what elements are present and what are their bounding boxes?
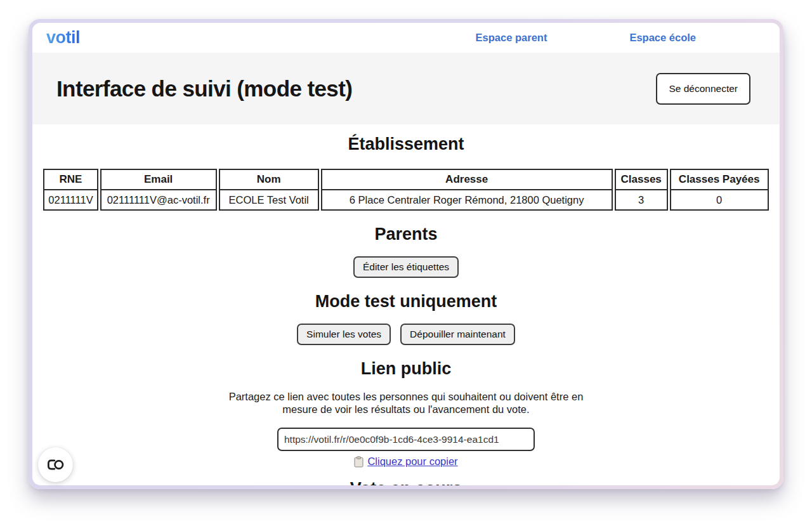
- app-card: votil Espace parent Espace école Interfa…: [32, 23, 780, 485]
- nav-link-espace-ecole[interactable]: Espace école: [629, 32, 696, 44]
- etablissement-table: RNE Email Nom Adresse Classes Classes Pa…: [41, 169, 770, 211]
- table-cell-classes: 3: [615, 190, 668, 211]
- app-card-frame: votil Espace parent Espace école Interfa…: [29, 19, 783, 489]
- co-link-icon: [46, 459, 65, 471]
- table-cell-nom: ECOLE Test Votil: [219, 190, 319, 211]
- table-cell-classes-payees: 0: [670, 190, 769, 211]
- clipboard-icon: [354, 456, 363, 468]
- copy-link-label: Cliquez pour copier: [367, 456, 457, 468]
- tally-now-button[interactable]: Dépouiller maintenant: [400, 324, 515, 345]
- simulate-votes-button[interactable]: Simuler les votes: [297, 324, 391, 345]
- etablissement-heading: Établissement: [32, 134, 780, 154]
- edit-labels-button[interactable]: Éditer les étiquettes: [353, 256, 459, 278]
- share-description: Partagez ce lien avec toutes les personn…: [224, 390, 589, 416]
- mode-test-actions: Simuler les votes Dépouiller maintenant: [32, 324, 780, 345]
- mode-test-heading: Mode test uniquement: [32, 291, 780, 311]
- public-link-input[interactable]: [277, 428, 535, 451]
- copy-row: Cliquez pour copier: [32, 456, 780, 469]
- parents-actions: Éditer les étiquettes: [32, 256, 780, 278]
- copy-link[interactable]: Cliquez pour copier: [354, 456, 457, 468]
- table-cell-email: 02111111V@ac-votil.fr: [100, 190, 217, 211]
- page-header: Interface de suivi (mode test) Se déconn…: [32, 53, 780, 124]
- parents-heading: Parents: [32, 224, 780, 244]
- votil-logo[interactable]: votil: [46, 28, 80, 48]
- floating-badge-button[interactable]: [38, 447, 73, 482]
- top-nav: votil Espace parent Espace école: [32, 23, 780, 53]
- table-header-cell-adresse: Adresse: [321, 169, 613, 190]
- logout-button[interactable]: Se déconnecter: [656, 73, 750, 105]
- table-header-row: RNE Email Nom Adresse Classes Classes Pa…: [43, 169, 768, 190]
- table-header-cell-email: Email: [100, 169, 217, 190]
- table-header-cell-classes: Classes: [615, 169, 668, 190]
- table-row: 0211111V 02111111V@ac-votil.fr ECOLE Tes…: [43, 190, 768, 211]
- table-cell-adresse: 6 Place Centraler Roger Rémond, 21800 Qu…: [321, 190, 613, 211]
- lien-public-heading: Lien public: [32, 358, 780, 379]
- main-content: Établissement RNE Email Nom Adresse Clas…: [32, 124, 780, 485]
- vote-en-cours-heading: Vote en cours: [32, 478, 780, 485]
- page-title: Interface de suivi (mode test): [56, 76, 352, 102]
- table-header-cell-nom: Nom: [219, 169, 319, 190]
- table-header-cell-rne: RNE: [43, 169, 98, 190]
- table-header-cell-classes-payees: Classes Payées: [670, 169, 769, 190]
- nav-link-espace-parent[interactable]: Espace parent: [476, 32, 547, 44]
- table-cell-rne: 0211111V: [43, 190, 98, 211]
